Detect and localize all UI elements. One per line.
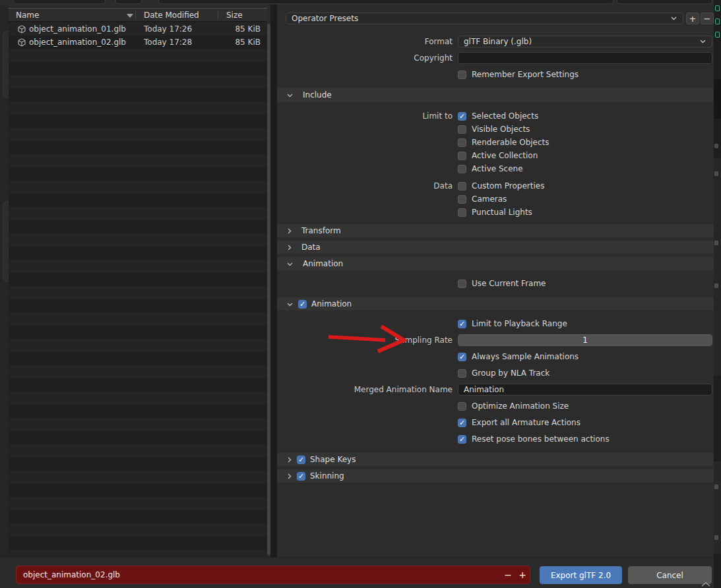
format-dropdown[interactable]: glTF Binary (.glb)	[458, 36, 712, 47]
checkbox[interactable]	[297, 456, 305, 464]
file-list-background	[9, 22, 267, 557]
cameras-checkbox-row[interactable]: Cameras	[458, 194, 507, 204]
operator-presets-label: Operator Presets	[292, 14, 670, 23]
sort-descending-icon[interactable]	[127, 14, 133, 18]
minus-icon: −	[704, 14, 711, 24]
punctual-lights-checkbox-row[interactable]: Punctual Lights	[458, 208, 532, 217]
checkbox[interactable]	[458, 138, 466, 147]
transform-section-header[interactable]: Transform	[277, 224, 714, 237]
limit-to-selected-objects: Limit to Selected Objects	[277, 109, 714, 123]
checkbox[interactable]	[458, 195, 466, 204]
selected-objects-checkbox-row[interactable]: Selected Objects	[458, 111, 538, 121]
checkbox[interactable]	[458, 125, 466, 134]
mesh-cube-icon	[18, 25, 26, 34]
reset-pose-bones-checkbox-row[interactable]: Reset pose bones between actions	[458, 434, 610, 444]
remember-export-settings-checkbox-row[interactable]: Remember Export Settings	[458, 70, 579, 79]
renderable-objects-checkbox-row[interactable]: Renderable Objects	[458, 138, 549, 147]
checkbox[interactable]	[458, 320, 466, 328]
always-sample-animations-checkbox-row[interactable]: Always Sample Animations	[458, 352, 579, 361]
column-divider[interactable]	[218, 11, 218, 20]
column-header-size[interactable]: Size	[226, 11, 243, 20]
column-header-name[interactable]: Name	[16, 11, 39, 20]
copyright-input[interactable]	[458, 52, 712, 64]
checkbox[interactable]	[458, 435, 466, 444]
checkbox[interactable]	[458, 112, 466, 121]
background-window-sliver	[714, 0, 721, 588]
chevron-right-icon	[286, 244, 292, 251]
chevron-down-icon	[699, 39, 706, 44]
merged-animation-name-label: Merged Animation Name	[277, 385, 458, 394]
sampling-rate-label: Sampling Rate	[277, 336, 458, 345]
export-gltf-button[interactable]: Export glTF 2.0	[540, 566, 622, 584]
chevron-down-icon	[286, 301, 294, 307]
chevron-up-icon[interactable]	[701, 581, 711, 587]
sampling-rate-value: 1	[582, 336, 588, 345]
column-divider[interactable]	[135, 11, 136, 20]
panel-divider[interactable]	[270, 5, 277, 558]
limit-to-label: Limit to	[277, 111, 458, 121]
checkbox[interactable]	[458, 353, 466, 361]
checkbox[interactable]	[458, 419, 466, 427]
column-header-date-modified[interactable]: Date Modified	[144, 11, 199, 20]
checkbox[interactable]	[298, 300, 307, 309]
filename-increment-button[interactable]: +	[515, 570, 530, 580]
file-row[interactable]: object_animation_02.glb Today 17:28 85 K…	[9, 36, 267, 49]
animation-section-header[interactable]: Animation	[277, 257, 714, 270]
checkbox[interactable]	[458, 152, 466, 160]
sampling-rate-slider[interactable]: 1	[458, 334, 712, 346]
outliner-armature-icon	[715, 32, 720, 38]
include-section-header[interactable]: Include	[277, 88, 714, 102]
skinning-section-header[interactable]: Skinning	[277, 469, 714, 483]
file-list-header: Name Date Modified Size	[9, 8, 267, 22]
file-size: 85 KiB	[203, 24, 261, 34]
outliner-armature-icon	[715, 5, 720, 11]
file-date: Today 17:28	[144, 38, 192, 47]
checkbox[interactable]	[458, 165, 466, 173]
filename-value: object_animation_02.glb	[16, 570, 501, 579]
limit-playback-range-checkbox-row[interactable]: Limit to Playback Range	[458, 319, 567, 328]
checkbox[interactable]	[458, 369, 466, 378]
visible-objects-checkbox-row[interactable]: Visible Objects	[458, 125, 530, 134]
animation-subpanel-body: Limit to Playback Range Sampling Rate 1 …	[277, 310, 714, 453]
chevron-right-icon	[286, 227, 292, 235]
file-name: object_animation_02.glb	[29, 38, 126, 47]
add-preset-button[interactable]: +	[686, 13, 699, 24]
export-settings-panel: Operator Presets + − Format glTF Binary …	[277, 8, 714, 557]
file-date: Today 17:26	[144, 24, 192, 34]
data-section-header[interactable]: Data	[277, 241, 714, 254]
checkbox[interactable]	[458, 182, 466, 191]
group-by-nla-track-checkbox-row[interactable]: Group by NLA Track	[458, 368, 549, 378]
toolbar-fragments	[0, 0, 721, 5]
merged-animation-name-input[interactable]: Animation	[458, 384, 712, 396]
checkbox[interactable]	[458, 71, 466, 79]
animation-subpanel-header[interactable]: Animation	[277, 297, 714, 310]
copyright-row: Copyright	[277, 52, 714, 64]
remember-settings-row: Remember Export Settings	[277, 70, 714, 79]
file-size: 85 KiB	[203, 38, 261, 47]
file-row[interactable]: object_animation_01.glb Today 17:26 85 K…	[9, 22, 267, 36]
filename-decrement-button[interactable]: −	[501, 570, 515, 580]
cancel-button[interactable]: Cancel	[628, 566, 712, 584]
mesh-cube-icon	[18, 38, 26, 47]
active-scene-checkbox-row[interactable]: Active Scene	[458, 164, 523, 173]
shape-keys-section-header[interactable]: Shape Keys	[277, 453, 714, 466]
optimize-animation-size-checkbox-row[interactable]: Optimize Animation Size	[458, 401, 569, 411]
active-collection-checkbox-row[interactable]: Active Collection	[458, 151, 538, 160]
toolbar-fragment	[617, 0, 712, 4]
outliner-armature-icon	[715, 18, 720, 24]
toolbar-fragment	[115, 0, 142, 4]
operator-presets-dropdown[interactable]: Operator Presets	[286, 13, 683, 24]
checkbox[interactable]	[458, 402, 466, 411]
chevron-down-icon	[286, 261, 294, 267]
checkbox[interactable]	[297, 472, 305, 481]
remove-preset-button[interactable]: −	[701, 13, 714, 24]
merged-animation-name-value: Animation	[464, 385, 504, 394]
filename-input[interactable]: object_animation_02.glb − +	[16, 566, 530, 584]
export-all-armature-actions-checkbox-row[interactable]: Export all Armature Actions	[458, 418, 580, 427]
use-current-frame-checkbox-row[interactable]: Use Current Frame	[458, 279, 546, 288]
chevron-right-icon	[286, 456, 292, 463]
checkbox[interactable]	[458, 208, 466, 217]
custom-properties-checkbox-row[interactable]: Custom Properties	[458, 181, 544, 191]
checkbox[interactable]	[458, 279, 466, 288]
format-label: Format	[277, 37, 458, 46]
